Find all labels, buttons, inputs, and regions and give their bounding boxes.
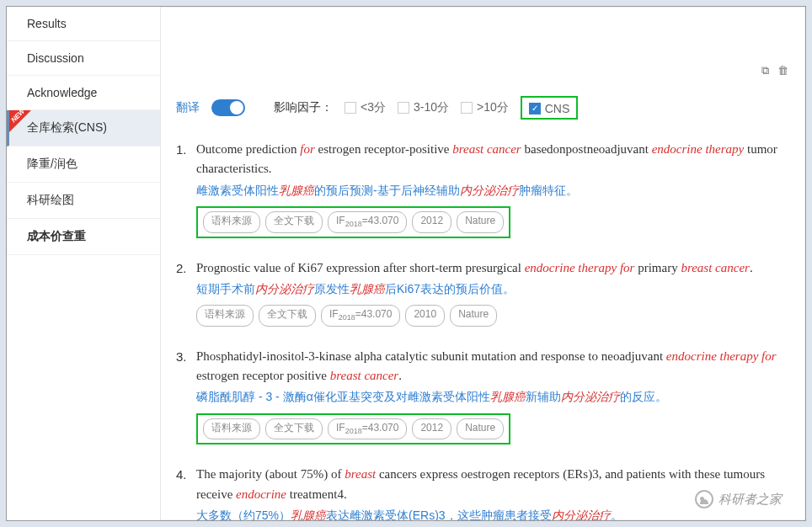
delete-icon[interactable]: 🗑 xyxy=(777,64,788,77)
filter-cns[interactable]: ✓CNS xyxy=(529,102,570,115)
sidebar-item-cns-search[interactable]: NEW 全库检索(CNS) xyxy=(7,110,160,146)
sidebar: Results Discussion Acknowledge NEW 全库检索(… xyxy=(7,7,161,520)
sidebar-item-results[interactable]: Results xyxy=(7,7,160,41)
result-tags: 语料来源全文下载IF2018=43.0702010Nature xyxy=(196,305,497,326)
tag-journal: Nature xyxy=(457,211,504,232)
new-badge: NEW xyxy=(9,110,31,132)
result-number: 3. xyxy=(176,347,196,445)
tag-source[interactable]: 语料来源 xyxy=(203,211,260,232)
result-item: 3.Phosphatidyl-inositol-3-kinase alpha c… xyxy=(176,347,790,445)
tag-journal: Nature xyxy=(457,418,504,439)
result-item: 2.Prognostic value of Ki67 expression af… xyxy=(176,258,790,327)
top-action-icons: ⧉ 🗑 xyxy=(761,64,788,77)
tag-download[interactable]: 全文下载 xyxy=(265,211,323,232)
sidebar-item-rewrite[interactable]: 降重/润色 xyxy=(7,146,160,183)
sidebar-item-discussion[interactable]: Discussion xyxy=(7,41,160,76)
tag-impact-factor: IF2018=43.070 xyxy=(321,305,400,326)
result-title-cn: 大多数（约75%）乳腺癌表达雌激素受体(ERs)3，这些肿瘤患者接受内分泌治疗。 xyxy=(196,507,790,520)
sidebar-item-plotting[interactable]: 科研绘图 xyxy=(7,183,160,219)
cns-highlight-box: ✓CNS xyxy=(521,96,579,120)
result-body: Outcome prediction for estrogen receptor… xyxy=(196,140,790,238)
watermark-text: 科研者之家 xyxy=(719,492,782,508)
watermark: 科研者之家 xyxy=(695,490,782,508)
result-item: 1.Outcome prediction for estrogen recept… xyxy=(176,140,790,238)
tag-source[interactable]: 语料来源 xyxy=(196,305,254,326)
result-title-en: Phosphatidyl-inositol-3-kinase alpha cat… xyxy=(196,347,790,386)
sidebar-item-label: 全库检索(CNS) xyxy=(27,120,107,134)
filter-3-10[interactable]: 3-10分 xyxy=(398,100,449,115)
results-list: 1.Outcome prediction for estrogen recept… xyxy=(176,140,790,520)
tag-download[interactable]: 全文下载 xyxy=(259,305,316,326)
tag-download[interactable]: 全文下载 xyxy=(265,418,323,439)
copy-icon[interactable]: ⧉ xyxy=(761,64,769,77)
result-title-cn: 雌激素受体阳性乳腺癌的预后预测-基于后神经辅助内分泌治疗肿瘤特征。 xyxy=(196,182,790,200)
tag-journal: Nature xyxy=(450,305,497,326)
wechat-icon xyxy=(695,490,713,508)
filter-bar: 翻译 影响因子： <3分 3-10分 >10分 ✓CNS xyxy=(176,96,790,120)
result-body: Prognostic value of Ki67 expression afte… xyxy=(196,258,790,327)
filter-lt3[interactable]: <3分 xyxy=(345,100,386,115)
tag-impact-factor: IF2018=43.070 xyxy=(328,211,407,232)
sidebar-item-acknowledge[interactable]: Acknowledge xyxy=(7,76,160,110)
tag-year: 2012 xyxy=(412,418,451,439)
main-content: ⧉ 🗑 翻译 影响因子： <3分 3-10分 >10分 ✓CNS 1.Outco… xyxy=(161,7,805,520)
result-title-en: Outcome prediction for estrogen receptor… xyxy=(196,140,790,179)
translate-toggle[interactable] xyxy=(211,99,245,116)
app-frame: Results Discussion Acknowledge NEW 全库检索(… xyxy=(6,6,806,521)
result-title-cn: 短期手术前内分泌治疗原发性乳腺癌后Ki67表达的预后价值。 xyxy=(196,280,790,299)
result-number: 1. xyxy=(176,140,196,238)
tag-impact-factor: IF2018=43.070 xyxy=(328,418,407,439)
result-tags: 语料来源全文下载IF2018=43.0702012Nature xyxy=(196,206,510,237)
filter-gt10[interactable]: >10分 xyxy=(461,100,509,115)
impact-factor-label: 影响因子： xyxy=(274,100,333,115)
result-title-en: Prognostic value of Ki67 expression afte… xyxy=(196,258,790,278)
result-body: Phosphatidyl-inositol-3-kinase alpha cat… xyxy=(196,347,790,445)
result-tags: 语料来源全文下载IF2018=43.0702012Nature xyxy=(196,413,510,444)
result-number: 4. xyxy=(176,465,196,520)
tag-year: 2010 xyxy=(405,305,445,326)
result-number: 2. xyxy=(176,258,196,327)
result-title-cn: 磷脂酰肌醇 - 3 - 激酶α催化亚基突变及对雌激素受体阳性乳腺癌新辅助内分泌治… xyxy=(196,388,790,407)
tag-year: 2012 xyxy=(412,211,451,232)
tag-source[interactable]: 语料来源 xyxy=(203,418,260,439)
sidebar-item-plagiarism[interactable]: 成本价查重 xyxy=(7,219,160,255)
translate-label: 翻译 xyxy=(176,100,200,115)
